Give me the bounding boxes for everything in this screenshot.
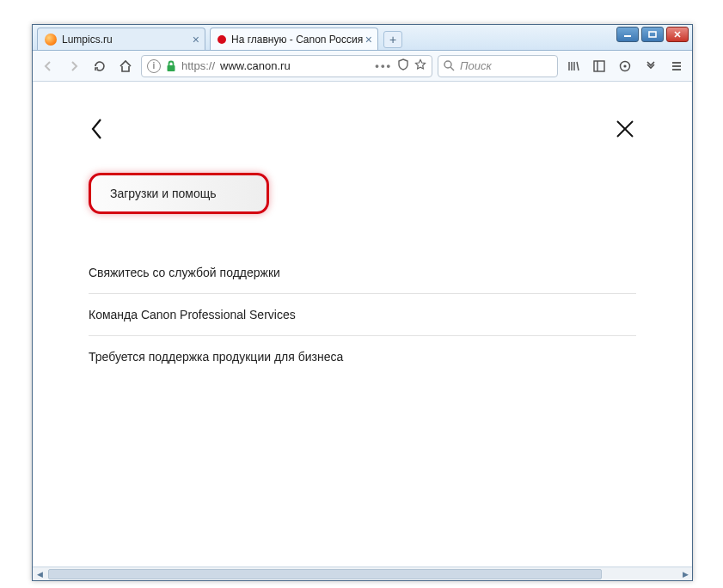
reload-button[interactable]	[89, 56, 110, 77]
library-icon[interactable]	[563, 56, 584, 77]
titlebar: Lumpics.ru × На главную - Canon Россия ×…	[33, 25, 692, 51]
hamburger-menu-icon[interactable]	[666, 56, 687, 77]
menu-item-downloads-help[interactable]: Загрузки и помощь	[89, 173, 269, 214]
menu-item-business-support[interactable]: Требуется поддержка продукции для бизнес…	[89, 336, 636, 377]
url-bar[interactable]: i https:// www.canon.ru •••	[141, 55, 432, 77]
bookmark-star-icon[interactable]	[414, 58, 426, 73]
svg-rect-7	[594, 61, 604, 71]
window-controls	[616, 27, 689, 42]
overflow-icon[interactable]	[640, 56, 661, 77]
menu-item-label: Команда Canon Professional Services	[89, 308, 296, 322]
svg-rect-4	[168, 65, 175, 71]
minimize-button[interactable]	[616, 27, 639, 42]
svg-line-6	[450, 67, 454, 70]
shield-icon[interactable]	[397, 58, 409, 73]
menu-item-cps-team[interactable]: Команда Canon Professional Services	[89, 294, 636, 336]
back-chevron-icon[interactable]	[89, 116, 106, 145]
search-bar[interactable]: Поиск	[438, 55, 558, 77]
addon-icon[interactable]	[615, 56, 635, 77]
tab-canon[interactable]: На главную - Canon Россия ×	[210, 28, 378, 50]
menu-item-label: Свяжитесь со службой поддержки	[89, 266, 280, 279]
new-tab-button[interactable]: +	[383, 31, 402, 48]
forward-button[interactable]	[64, 56, 84, 77]
url-scheme: https://	[181, 59, 215, 72]
page-content: Загрузки и помощь Свяжитесь со службой п…	[33, 82, 692, 567]
browser-window: Lumpics.ru × На главную - Canon Россия ×…	[32, 24, 693, 581]
info-icon[interactable]: i	[147, 59, 161, 73]
orange-favicon-icon	[45, 34, 57, 46]
search-placeholder: Поиск	[460, 59, 492, 72]
nav-toolbar: i https:// www.canon.ru ••• Поиск	[33, 51, 692, 82]
scroll-right-icon[interactable]: ▶	[678, 567, 692, 581]
scrollbar-thumb[interactable]	[48, 569, 602, 579]
scroll-left-icon[interactable]: ◀	[33, 567, 46, 581]
menu-item-contact-support[interactable]: Свяжитесь со службой поддержки	[89, 252, 636, 294]
maximize-button[interactable]	[641, 27, 664, 42]
sidebar-icon[interactable]	[589, 56, 610, 77]
svg-point-10	[623, 64, 626, 67]
menu-panel: Загрузки и помощь Свяжитесь со службой п…	[33, 82, 692, 395]
close-icon[interactable]: ×	[365, 34, 372, 46]
close-panel-icon[interactable]	[614, 118, 636, 144]
svg-point-5	[444, 61, 451, 68]
home-button[interactable]	[115, 56, 136, 77]
svg-rect-1	[649, 32, 656, 37]
close-button[interactable]	[666, 27, 689, 42]
tab-title: Lumpics.ru	[62, 34, 113, 46]
lock-icon	[166, 60, 176, 72]
back-button[interactable]	[38, 56, 58, 77]
close-icon[interactable]: ×	[193, 34, 199, 46]
tab-lumpics[interactable]: Lumpics.ru ×	[37, 28, 205, 50]
red-dot-favicon-icon	[218, 35, 226, 44]
search-icon	[444, 60, 455, 71]
menu-list: Свяжитесь со службой поддержки Команда C…	[89, 252, 636, 377]
tab-title: На главную - Canon Россия	[231, 34, 363, 46]
page-actions-icon[interactable]: •••	[375, 59, 392, 72]
url-domain: www.canon.ru	[220, 59, 291, 72]
menu-item-label: Загрузки и помощь	[110, 187, 217, 200]
horizontal-scrollbar[interactable]: ◀ ▶	[33, 567, 692, 580]
menu-item-label: Требуется поддержка продукции для бизнес…	[89, 350, 343, 364]
